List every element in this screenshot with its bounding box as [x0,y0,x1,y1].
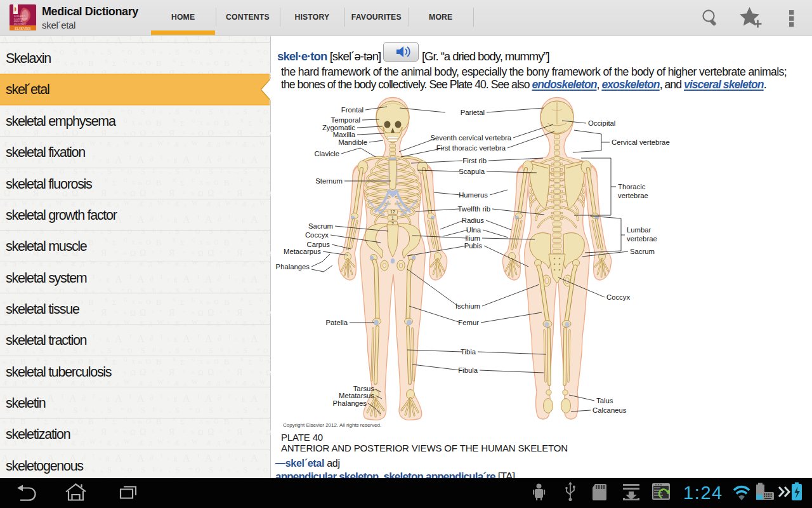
svg-text:12: 12 [390,210,395,214]
svg-text:Mandible: Mandible [338,138,367,146]
svg-text:Cervical vertebrae: Cervical vertebrae [612,138,670,146]
svg-text:Ulna: Ulna [466,226,481,234]
svg-text:Twelfth rib: Twelfth rib [458,205,490,213]
svg-text:Maxilla: Maxilla [333,131,356,138]
svg-text:Patella: Patella [325,319,348,326]
svg-text:1: 1 [391,216,394,220]
svg-text:Fibula: Fibula [458,366,478,374]
svg-text:Ischium: Ischium [455,302,480,310]
svg-text:Metatarsus: Metatarsus [339,392,374,399]
svg-text:ELSEVIER: ELSEVIER [15,27,31,30]
svg-text:Sternum: Sternum [315,177,343,185]
svg-text:Calcaneus: Calcaneus [593,406,627,414]
svg-text:Coccyx: Coccyx [305,231,329,239]
svg-text:Clavicle: Clavicle [314,150,339,157]
svg-text:Talus: Talus [596,397,613,404]
svg-text:Femur: Femur [458,319,479,326]
svg-text:Ilium: Ilium [465,234,480,242]
svg-text:vertebrae: vertebrae [627,235,657,243]
svg-text:Seventh cervical vertebra: Seventh cervical vertebra [431,134,512,142]
svg-text:Temporal: Temporal [331,116,360,124]
svg-text:vertebrae: vertebrae [618,192,648,199]
svg-text:Tibia: Tibia [461,348,476,356]
svg-text:Phalanges: Phalanges [333,399,367,407]
svg-text:DICTIONARY: DICTIONARY [14,23,27,25]
svg-text:Thoracic: Thoracic [618,183,646,190]
svg-text:Occipital: Occipital [588,119,615,127]
svg-text:Lumbar: Lumbar [627,226,652,234]
svg-text:Scapula: Scapula [459,168,485,175]
svg-text:Sacrum: Sacrum [630,248,655,255]
svg-text:Humerus: Humerus [459,191,488,199]
svg-text:Metacarpus: Metacarpus [284,248,321,255]
svg-text:Sacrum: Sacrum [308,222,333,230]
svg-text:Pubis: Pubis [464,242,483,250]
svg-text:Radius: Radius [462,217,485,224]
svg-text:Coccyx: Coccyx [606,293,630,301]
svg-text:Frontal: Frontal [341,106,363,114]
svg-text:First rib: First rib [462,157,487,164]
svg-text:Phalanges: Phalanges [276,263,310,271]
svg-text:First thoracic vertebra: First thoracic vertebra [436,144,506,152]
svg-text:Copyright Elsevier 2012. All r: Copyright Elsevier 2012. All rights rese… [283,422,381,428]
